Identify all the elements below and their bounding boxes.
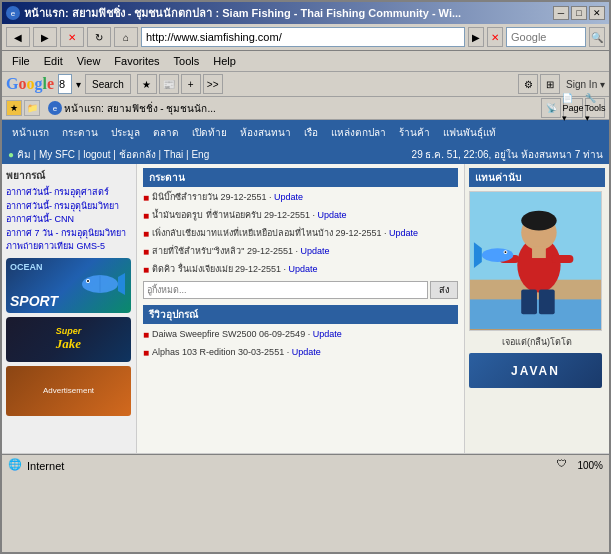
nav-board[interactable]: กระดาน <box>56 122 104 143</box>
status-right: 🛡 100% <box>557 458 603 474</box>
svg-point-10 <box>521 211 556 231</box>
bullet-2: ■ <box>143 209 149 223</box>
refresh-go-button[interactable]: ▶ <box>468 27 484 47</box>
google-add-icon[interactable]: ▾ <box>76 79 81 90</box>
page-button[interactable]: 📄 Page ▾ <box>563 98 583 118</box>
window-title: หน้าแรก: สยามฟิชชิ่ง - ชุมชนนักตกปลา : S… <box>24 4 461 22</box>
address-input[interactable] <box>141 27 465 47</box>
fish-icon <box>80 269 125 299</box>
stop-x-button[interactable]: ✕ <box>487 27 503 47</box>
menu-favorites[interactable]: Favorites <box>108 53 165 69</box>
sign-in-button[interactable]: Sign In ▾ <box>566 79 605 90</box>
review-update-2[interactable]: Update <box>292 347 321 357</box>
forward-button[interactable]: ▶ <box>33 27 57 47</box>
refresh-button[interactable]: ↻ <box>87 27 111 47</box>
plus-icon[interactable]: + <box>181 74 201 94</box>
news-text-3: เพิ่งกลับเชียงมาทแห่งที่เหยีเหยือปลอมที่… <box>152 227 418 240</box>
protection-icon[interactable]: 🛡 <box>557 458 573 474</box>
person-illustration <box>470 191 601 330</box>
review-item-2: ■ Alphas 103 R-edition 30-03-2551 · Upda… <box>143 346 458 360</box>
user-links: ● คิม | My SFC | logout | ช้อตกลัง | Tha… <box>8 147 209 162</box>
person-photo <box>469 191 602 331</box>
browser-window: e หน้าแรก: สยามฟิชชิ่ง - ชุมชนนักตกปลา :… <box>0 0 611 554</box>
rss-icon[interactable]: 📡 <box>541 98 561 118</box>
nav-chat[interactable]: ห้องสนทนา <box>234 122 297 143</box>
update-link-2[interactable]: Update <box>318 210 347 220</box>
super-jake-banner[interactable]: Super Jake <box>6 317 131 362</box>
close-button[interactable]: ✕ <box>589 6 605 20</box>
menu-help[interactable]: Help <box>207 53 242 69</box>
review-update-1[interactable]: Update <box>313 329 342 339</box>
chat-input[interactable] <box>143 281 428 299</box>
news-text-5: ติดคิว รื่นเม่งเจียงเม่ย 29-12-2551 · Up… <box>152 263 318 276</box>
weather-link-2[interactable]: อากาศวันนี้- กรมอุตุนิยมวิทยา <box>6 200 132 214</box>
right-sidebar: แทนค่านับ <box>464 164 609 453</box>
review-section: รีวิวอุปกรณ์ ■ Daiwa Sweepfire SW2500 06… <box>143 305 458 360</box>
update-link-3[interactable]: Update <box>389 228 418 238</box>
nav-fishing-spots[interactable]: แหล่งตกปลา <box>325 122 392 143</box>
home-button[interactable]: ⌂ <box>114 27 138 47</box>
nav-toolbar: ◀ ▶ ✕ ↻ ⌂ ▶ ✕ 🔍 <box>2 24 609 51</box>
google-search-button[interactable]: Search <box>85 74 131 94</box>
update-link-1[interactable]: Update <box>274 192 303 202</box>
double-arrow-icon[interactable]: >> <box>203 74 223 94</box>
javan-logo-text: JAVAN <box>511 364 560 378</box>
nav-home[interactable]: หน้าแรก <box>6 122 55 143</box>
google-search-box[interactable] <box>58 74 72 94</box>
nav-boat[interactable]: เรือ <box>298 122 324 143</box>
maximize-button[interactable]: □ <box>571 6 587 20</box>
sidebar-ad[interactable]: Advertisement <box>6 366 131 416</box>
stop-button[interactable]: ✕ <box>60 27 84 47</box>
news-item-3: ■ เพิ่งกลับเชียงมาทแห่งที่เหยีเหยือปลอมท… <box>143 227 458 241</box>
back-button[interactable]: ◀ <box>6 27 30 47</box>
svg-point-17 <box>504 251 506 253</box>
settings-icon[interactable]: ⚙ <box>518 74 538 94</box>
nav-auction[interactable]: ประมูล <box>105 122 146 143</box>
right-section-title: แทนค่านับ <box>469 168 605 187</box>
nav-shop[interactable]: ร้านค้า <box>393 122 436 143</box>
review-item-1: ■ Daiwa Sweepfire SW2500 06-09-2549 · Up… <box>143 328 458 342</box>
menu-edit[interactable]: Edit <box>38 53 69 69</box>
bookmark-icon[interactable]: ★ <box>137 74 157 94</box>
nav-fan[interactable]: แฟนพันธุ์แท้ <box>437 122 502 143</box>
menu-file[interactable]: File <box>6 53 36 69</box>
search-input[interactable] <box>506 27 586 47</box>
fav-item-1[interactable]: e หน้าแรก: สยามฟิชชิ่ง - ชุมชนนัก... <box>44 100 220 117</box>
weather-link-5[interactable]: ภาพถ่ายดาวเทียม GMS-5 <box>6 240 132 254</box>
window-controls: ─ □ ✕ <box>553 6 605 20</box>
bullet-5: ■ <box>143 263 149 277</box>
nav-market[interactable]: ตลาด <box>147 122 185 143</box>
weather-link-1[interactable]: อากาศวันนี้- กรมอุตุศาสตร์ <box>6 186 132 200</box>
send-button[interactable]: ส่ง <box>430 281 458 299</box>
ie-page-icon: e <box>48 101 62 115</box>
review-text-1: Daiwa Sweepfire SW2500 06-09-2549 · Upda… <box>152 328 342 341</box>
expand-icon[interactable]: ⊞ <box>540 74 560 94</box>
weather-link-3[interactable]: อากาศวันนี้- CNN <box>6 213 132 227</box>
tools-button[interactable]: 🔧 Tools ▾ <box>585 98 605 118</box>
bullet-1: ■ <box>143 191 149 205</box>
update-link-5[interactable]: Update <box>289 264 318 274</box>
news-item-5: ■ ติดคิว รื่นเม่งเจียงเม่ย 29-12-2551 · … <box>143 263 458 277</box>
news-icon[interactable]: 📰 <box>159 74 179 94</box>
news-item-2: ■ น้ำมันขอตรูบ ที่ช้าหน่อยครับ 29-12-255… <box>143 209 458 223</box>
favorites-folder-icon[interactable]: 📁 <box>24 100 40 116</box>
update-link-4[interactable]: Update <box>300 246 329 256</box>
review-bullet-2: ■ <box>143 346 149 360</box>
search-go-button[interactable]: 🔍 <box>589 27 605 47</box>
bullet-4: ■ <box>143 245 149 259</box>
minimize-button[interactable]: ─ <box>553 6 569 20</box>
internet-icon: 🌐 <box>8 458 24 474</box>
weather-link-4[interactable]: อากาศ 7 วัน - กรมอุตุนิยมวิทยา <box>6 227 132 241</box>
fav-bar-left: ★ 📁 <box>6 100 40 116</box>
main-content: พยากรณ์ อากาศวันนี้- กรมอุตุศาสตร์ อากาศ… <box>2 164 609 454</box>
menu-view[interactable]: View <box>71 53 107 69</box>
nav-open-trunk[interactable]: เปิดท้าย <box>186 122 233 143</box>
svg-rect-13 <box>552 255 574 263</box>
chat-input-row: ส่ง <box>143 281 458 299</box>
ocean-sport-banner[interactable]: OCEAN SPORT <box>6 258 131 313</box>
add-favorites-icon[interactable]: ★ <box>6 100 22 116</box>
browser-icon: e <box>6 6 20 20</box>
menu-tools[interactable]: Tools <box>168 53 206 69</box>
javan-advertisement[interactable]: JAVAN <box>469 353 602 388</box>
favorites-bar: ★ 📁 e หน้าแรก: สยามฟิชชิ่ง - ชุมชนนัก...… <box>2 97 609 120</box>
